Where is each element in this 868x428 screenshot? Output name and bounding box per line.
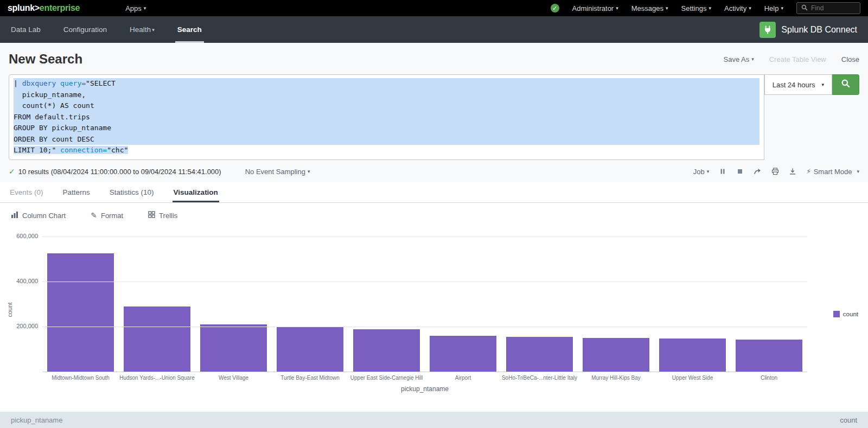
query-line[interactable]: GROUP BY pickup_ntaname <box>14 123 760 134</box>
messages-menu[interactable]: Messages▾ <box>631 4 668 12</box>
bar-slot <box>272 233 348 372</box>
app-nav-bar: Data LabConfigurationHealth▾Search Splun… <box>0 16 868 43</box>
page-title: New Search <box>9 52 82 67</box>
bar-turtle-bay-east-midtown[interactable] <box>277 327 343 372</box>
results-bar: ✓ 10 results (08/04/2024 11:00:00.000 to… <box>0 160 868 182</box>
gridline <box>42 327 807 327</box>
bar-hudson-yards-union-square[interactable] <box>124 306 190 372</box>
search-icon <box>801 4 808 12</box>
nav-item-configuration[interactable]: Configuration <box>63 16 107 43</box>
x-axis-title: pickup_ntaname <box>42 385 807 393</box>
bar-slot <box>348 233 425 372</box>
save-as-button[interactable]: Save As▾ <box>723 55 754 63</box>
tab-visualization[interactable]: Visualization <box>173 182 219 202</box>
administrator-menu[interactable]: Administrator▾ <box>572 4 618 12</box>
bar-upper-east-side-carnegie-hill[interactable] <box>353 329 420 372</box>
tab-events-0[interactable]: Events (0) <box>9 182 44 202</box>
pencil-icon: ✎ <box>91 211 97 220</box>
caret-down-icon: ▾ <box>144 5 146 11</box>
event-sampling-dropdown[interactable]: No Event Sampling▾ <box>245 168 310 176</box>
caret-down-icon: ▾ <box>857 169 859 174</box>
caret-down-icon: ▾ <box>616 5 618 11</box>
column-header-pickup-ntaname[interactable]: pickup_ntaname <box>11 416 62 424</box>
close-button[interactable]: Close <box>841 55 859 63</box>
export-button[interactable] <box>789 168 796 175</box>
bar-midtown-midtown-south[interactable] <box>47 253 114 372</box>
x-category-label: Airport <box>425 375 501 381</box>
caret-down-icon: ▾ <box>152 27 155 33</box>
y-tick-label: 600,000 <box>0 233 38 239</box>
x-axis-line <box>42 372 807 372</box>
bar-soho-tribeca-nter-little-italy[interactable] <box>506 337 573 372</box>
statistics-table-header: pickup_ntaname count <box>0 412 868 428</box>
bar-murray-hill-kips-bay[interactable] <box>583 338 649 372</box>
bolt-icon: ⚡ <box>806 168 810 175</box>
y-tick-label: 200,000 <box>0 323 38 329</box>
create-table-view-button: Create Table View <box>769 55 826 63</box>
app-title: Splunk DB Connect <box>781 25 857 35</box>
x-category-label: Midtown-Midtown South <box>42 375 119 381</box>
share-job-button[interactable] <box>754 168 762 175</box>
query-line[interactable]: | dbxquery query="SELECT <box>14 78 760 90</box>
print-button[interactable] <box>771 168 779 175</box>
activity-menu[interactable]: Activity▾ <box>724 4 751 12</box>
caret-down-icon: ▾ <box>707 169 710 174</box>
caret-down-icon: ▾ <box>308 169 310 174</box>
job-menu[interactable]: Job▾ <box>693 168 710 176</box>
time-range-picker[interactable]: Last 24 hours▾ <box>764 74 832 95</box>
logo-brand: splunk> <box>8 3 40 12</box>
column-header-count[interactable]: count <box>840 416 857 424</box>
nav-item-data-lab[interactable]: Data Lab <box>11 16 41 43</box>
splunk-logo[interactable]: splunk>enterprise <box>8 3 80 13</box>
bar-slot <box>42 233 119 372</box>
legend-label: count <box>843 311 858 317</box>
nav-item-search[interactable]: Search <box>177 16 202 43</box>
query-line[interactable]: count(*) AS count <box>14 100 760 112</box>
chart-type-picker[interactable]: Column Chart <box>11 211 66 220</box>
bar-slot <box>425 233 501 372</box>
bar-slot <box>731 233 807 372</box>
bar-slot <box>501 233 578 372</box>
tab-patterns[interactable]: Patterns <box>62 182 91 202</box>
nav-item-health[interactable]: Health▾ <box>130 16 155 43</box>
query-line[interactable]: pickup_ntaname, <box>14 90 760 101</box>
bar-airport[interactable] <box>430 336 496 372</box>
chart-legend[interactable]: count <box>833 311 858 317</box>
search-bar-row: | dbxquery query="SELECT pickup_ntaname,… <box>0 72 868 160</box>
format-button[interactable]: ✎ Format <box>91 211 123 220</box>
db-connect-plug-icon[interactable] <box>760 22 776 38</box>
caret-down-icon: ▾ <box>749 5 751 11</box>
health-status-icon[interactable]: ✓ <box>551 4 559 12</box>
x-category-label: Upper West Side <box>654 375 731 381</box>
help-menu[interactable]: Help▾ <box>764 4 783 12</box>
trellis-grid-icon <box>148 211 155 220</box>
settings-menu[interactable]: Settings▾ <box>681 4 712 12</box>
caret-down-icon: ▾ <box>781 5 783 11</box>
search-query[interactable]: | dbxquery query="SELECT pickup_ntaname,… <box>9 74 764 160</box>
topbar-right: ✓ Administrator▾ Messages▾ Settings▾ Act… <box>551 2 860 14</box>
results-check-icon: ✓ <box>9 167 15 176</box>
stop-job-button[interactable] <box>736 168 744 175</box>
query-line[interactable]: FROM default.trips <box>14 112 760 123</box>
bar-west-village[interactable] <box>200 324 267 372</box>
apps-menu[interactable]: Apps▾ <box>125 4 146 12</box>
pause-job-button[interactable] <box>719 168 726 175</box>
gridline <box>42 282 807 282</box>
trellis-button[interactable]: Trellis <box>148 211 177 220</box>
legend-swatch <box>833 311 840 317</box>
search-mode-dropdown[interactable]: ⚡Smart Mode▾ <box>806 168 859 176</box>
y-tick-label: 400,000 <box>0 278 38 284</box>
query-line[interactable]: ORDER BY count DESC <box>14 134 760 145</box>
run-search-button[interactable] <box>832 74 859 95</box>
find-search-box[interactable] <box>796 2 860 14</box>
bar-clinton[interactable] <box>736 340 802 372</box>
chart: count Midtown-Midtown SouthHudson Yards-… <box>0 225 868 400</box>
results-summary: 10 results (08/04/2024 11:00:00.000 to 0… <box>18 168 221 176</box>
bar-upper-west-side[interactable] <box>659 338 726 372</box>
splunk-window: splunk>enterprise Apps▾ ✓ Administrator▾… <box>0 0 868 428</box>
bar-slot <box>654 233 731 372</box>
top-bar: splunk>enterprise Apps▾ ✓ Administrator▾… <box>0 0 868 16</box>
query-line[interactable]: LIMIT 10;" connection="chc" <box>14 145 760 156</box>
find-input[interactable] <box>811 4 857 12</box>
tab-statistics-10[interactable]: Statistics (10) <box>108 182 155 202</box>
